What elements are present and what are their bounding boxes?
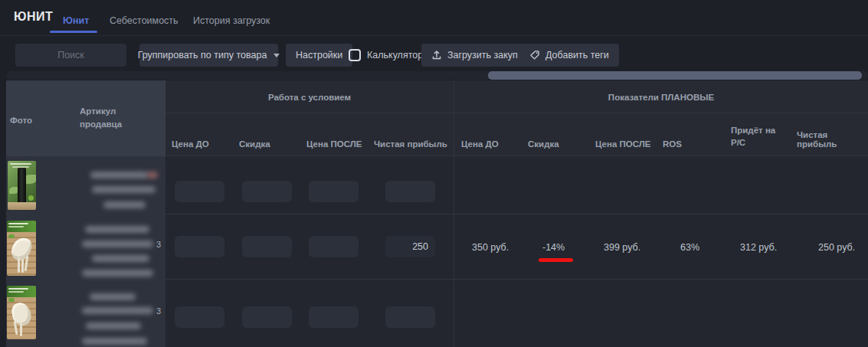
col-plan-ros: ROS bbox=[663, 113, 724, 156]
redacted-article-text bbox=[85, 226, 149, 233]
group-by-label: Группировать по типу товара bbox=[138, 50, 267, 61]
input-cond-price-before[interactable] bbox=[175, 181, 224, 202]
redacted-article-text bbox=[86, 322, 141, 329]
input-cond-price-before[interactable] bbox=[175, 306, 224, 328]
col-plan-profit: Чистая прибыль bbox=[797, 113, 868, 156]
plan-profit-value: 250 руб. bbox=[818, 242, 855, 253]
search-input[interactable] bbox=[15, 44, 126, 67]
cond-profit-value: 250 bbox=[412, 241, 428, 252]
redacted-article-text bbox=[82, 270, 153, 277]
page-title: ЮНИТ bbox=[14, 10, 53, 24]
plan-discount-value: -14% bbox=[542, 242, 565, 253]
input-cond-price-before[interactable] bbox=[175, 236, 224, 257]
input-cond-profit[interactable] bbox=[385, 306, 435, 328]
redacted-article-text bbox=[92, 186, 156, 193]
column-header-article: Артикул продавца bbox=[80, 105, 139, 131]
col-plan-discount: Скидка bbox=[528, 113, 589, 156]
input-cond-price-after[interactable] bbox=[309, 236, 359, 257]
upload-purchase-label: Загрузить закуп bbox=[447, 50, 518, 61]
add-tags-label: Добавить теги bbox=[545, 50, 609, 61]
tab-cost[interactable]: Себестоимость bbox=[110, 15, 179, 26]
product-photo[interactable] bbox=[7, 286, 36, 339]
upload-purchase-button[interactable]: Загрузить закуп bbox=[421, 44, 528, 67]
settings-button[interactable]: Настройки bbox=[286, 44, 352, 67]
product-photo[interactable] bbox=[8, 161, 36, 210]
redacted-article-text bbox=[90, 172, 149, 178]
redacted-article-text bbox=[82, 338, 147, 345]
redacted-article-text bbox=[147, 172, 158, 178]
row-divider bbox=[165, 279, 868, 280]
article-tail: 3 bbox=[156, 240, 161, 249]
group-header-condition: Работа с условием bbox=[165, 80, 454, 113]
col-plan-payout: Придёт на Р/С bbox=[731, 113, 780, 156]
upload-icon bbox=[431, 50, 442, 61]
redacted-article-text bbox=[92, 255, 149, 262]
tab-unit[interactable]: Юнит bbox=[63, 15, 89, 26]
tag-icon bbox=[529, 50, 540, 61]
discount-alert-underline bbox=[539, 258, 573, 262]
input-cond-price-after[interactable] bbox=[309, 306, 359, 328]
column-header-photo: Фото bbox=[10, 116, 32, 125]
calculator-checkbox[interactable] bbox=[349, 49, 361, 61]
plan-price-after-value: 399 руб. bbox=[604, 242, 640, 253]
unit-page: ЮНИТ Юнит Себестоимость История загрузок… bbox=[0, 0, 868, 347]
active-tab-indicator bbox=[50, 31, 97, 33]
plan-payout-value: 312 руб. bbox=[740, 242, 777, 253]
col-cond-price-after: Цена ПОСЛЕ bbox=[306, 113, 374, 156]
redacted-article-text bbox=[82, 307, 153, 314]
calculator-label[interactable]: Калькулятор bbox=[367, 50, 423, 61]
col-cond-discount: Скидка bbox=[239, 113, 300, 156]
article-tail: 3 bbox=[156, 306, 161, 316]
col-cond-price-before: Цена ДО bbox=[172, 113, 233, 156]
input-cond-discount[interactable] bbox=[242, 236, 292, 257]
group-header-plan: Показатели ПЛАНОВЫЕ bbox=[454, 80, 868, 113]
header-divider bbox=[0, 35, 868, 36]
product-photo[interactable] bbox=[7, 221, 36, 276]
plan-ros-value: 63% bbox=[680, 242, 699, 253]
row-divider bbox=[165, 155, 868, 156]
group-by-dropdown[interactable]: Группировать по типу товара bbox=[139, 44, 278, 67]
col-cond-profit: Чистая прибыль bbox=[374, 113, 454, 156]
row-divider bbox=[165, 214, 868, 214]
input-cond-profit[interactable] bbox=[385, 181, 435, 202]
add-tags-button[interactable]: Добавить теги bbox=[519, 44, 619, 67]
col-plan-price-before: Цена ДО bbox=[461, 113, 522, 156]
redacted-article-text bbox=[90, 293, 136, 300]
settings-label: Настройки bbox=[296, 50, 342, 61]
tab-upload-history[interactable]: История загрузок bbox=[193, 15, 270, 26]
redacted-article-text bbox=[82, 241, 153, 247]
input-cond-profit[interactable]: 250 bbox=[385, 236, 435, 257]
plan-price-before-value: 350 руб. bbox=[472, 242, 509, 253]
redacted-article-text bbox=[103, 201, 146, 208]
col-plan-price-after: Цена ПОСЛЕ bbox=[595, 113, 660, 156]
input-cond-discount[interactable] bbox=[242, 306, 292, 328]
chevron-down-icon bbox=[274, 54, 280, 57]
horizontal-scrollbar-thumb[interactable] bbox=[488, 71, 862, 80]
input-cond-price-after[interactable] bbox=[309, 181, 359, 202]
input-cond-discount[interactable] bbox=[242, 181, 292, 202]
